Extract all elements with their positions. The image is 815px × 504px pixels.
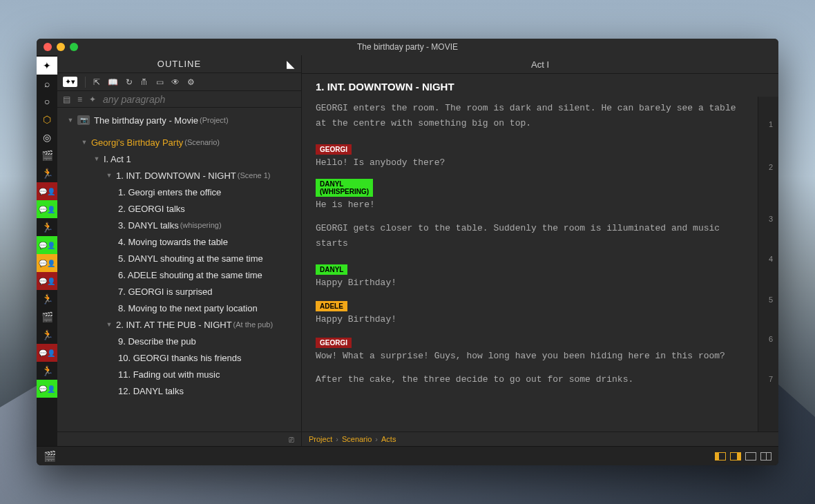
action-paragraph[interactable]: GEORGI gets closer to the table. Suddenl… bbox=[316, 221, 765, 251]
tree-project[interactable]: ▼📷The birthday party - Movie(Project) bbox=[57, 112, 301, 128]
titlebar[interactable]: The birthday party - MOVIE bbox=[37, 39, 778, 55]
tree-beat[interactable]: 5. DANYL shouting at the same time bbox=[57, 250, 301, 266]
book-icon[interactable]: 📖 bbox=[108, 77, 118, 87]
tree-scene-2[interactable]: ▼2. INT. AT THE PUB - NIGHT(At the pub) bbox=[57, 316, 301, 333]
line-number: 7 bbox=[769, 375, 773, 383]
tree-beat[interactable]: 1. Georgi enters the office bbox=[57, 184, 301, 200]
character-tag-georgi: GEORGI bbox=[316, 144, 352, 155]
tree-beat[interactable]: 8. Moving to the next party location bbox=[57, 300, 301, 316]
run-icon[interactable]: ✦▾ bbox=[63, 77, 77, 87]
talk-green-icon[interactable]: 💬👤 bbox=[37, 200, 57, 218]
breadcrumb-project[interactable]: Project bbox=[309, 435, 332, 443]
running-icon-3[interactable]: 🏃 bbox=[37, 218, 57, 236]
separator bbox=[85, 77, 86, 88]
minimize-icon[interactable] bbox=[57, 43, 65, 51]
breadcrumb: Project › Scenario › Acts bbox=[302, 432, 778, 446]
script-area[interactable]: GEORGI enters the room. The room is dark… bbox=[302, 97, 778, 432]
window-title: The birthday party - MOVIE bbox=[37, 42, 778, 52]
line-number: 2 bbox=[769, 163, 773, 171]
chevron-right-icon: › bbox=[336, 435, 338, 443]
running-icon-5[interactable]: 🏃 bbox=[37, 326, 57, 344]
action-paragraph[interactable]: After the cake, the three decide to go o… bbox=[316, 372, 765, 387]
dialogue-block[interactable]: DANYL(WHISPERING) He is here! bbox=[316, 179, 765, 210]
tree-beat[interactable]: 4. Moving towards the table bbox=[57, 233, 301, 250]
dialogue-line[interactable]: Hello! Is anybody there? bbox=[316, 157, 737, 168]
tree-beat[interactable]: 2. GEORGI talks bbox=[57, 200, 301, 217]
talk-orange-icon[interactable]: 💬👤 bbox=[37, 254, 57, 272]
dialogue-block[interactable]: GEORGI Hello! Is anybody there? bbox=[316, 142, 765, 168]
close-icon[interactable] bbox=[44, 43, 52, 51]
cube-icon[interactable]: ⬡ bbox=[37, 110, 57, 128]
layout-right-button[interactable] bbox=[730, 452, 741, 461]
outline-footer: ⎚ bbox=[57, 432, 301, 446]
clapperboard-icon[interactable]: 🎬 bbox=[44, 450, 57, 463]
gear-icon[interactable]: ⚙ bbox=[187, 77, 195, 87]
clapperboard-icon[interactable]: 🎬 bbox=[37, 146, 57, 164]
dialogue-line[interactable]: Wow! What a surprise! Guys, how long hav… bbox=[316, 351, 737, 361]
running-icon-6[interactable]: 🏃 bbox=[37, 362, 57, 380]
tree-scenario[interactable]: ▼Georgi's Birthday Party(Scenario) bbox=[57, 134, 301, 151]
bottom-bar: 🎬 bbox=[37, 446, 778, 465]
talk-green-icon-3[interactable]: 💬👤 bbox=[37, 380, 57, 398]
screen-icon[interactable]: ▭ bbox=[156, 77, 164, 87]
line-number: 6 bbox=[769, 335, 773, 343]
tree-beat[interactable]: 3. DANYL talks(whispering) bbox=[57, 217, 301, 233]
search-input[interactable] bbox=[103, 94, 296, 105]
running-icon-4[interactable]: 🏃 bbox=[37, 290, 57, 308]
format-icon-2[interactable]: ≡ bbox=[77, 95, 82, 104]
tree-beat[interactable]: 6. ADELE shouting at the same time bbox=[57, 266, 301, 283]
editor-panel: Act I 1. INT. DOWNTOWN - NIGHT GEORGI en… bbox=[302, 55, 778, 446]
running-icon[interactable]: ✦ bbox=[37, 57, 57, 75]
line-number: 3 bbox=[769, 215, 773, 223]
layout-single-button[interactable] bbox=[745, 452, 756, 461]
share-icon[interactable]: ⫚ bbox=[140, 77, 148, 87]
layout-buttons bbox=[715, 452, 771, 461]
cycle-icon[interactable]: ↻ bbox=[126, 77, 133, 87]
line-number: 1 bbox=[769, 120, 773, 128]
bookmark-icon[interactable]: ◣ bbox=[287, 58, 296, 70]
search-icon[interactable]: ⌕ bbox=[37, 75, 57, 93]
talk-red-icon-3[interactable]: 💬👤 bbox=[37, 344, 57, 362]
tree-act[interactable]: ▼I. Act 1 bbox=[57, 151, 301, 167]
talk-green-icon-2[interactable]: 💬👤 bbox=[37, 236, 57, 254]
action-paragraph[interactable]: GEORGI enters the room. The room is dark… bbox=[316, 101, 765, 131]
layout-split-button[interactable] bbox=[760, 452, 771, 461]
talk-red-icon[interactable]: 💬👤 bbox=[37, 182, 57, 200]
tree-beat[interactable]: 9. Describe the pub bbox=[57, 333, 301, 349]
search-row: ▤ ≡ ✦ bbox=[57, 91, 301, 108]
eye-icon[interactable]: 👁 bbox=[171, 77, 180, 87]
line-number: 4 bbox=[769, 255, 773, 263]
tree-beat[interactable]: 10. GEORGI thanks his friends bbox=[57, 349, 301, 366]
outline-panel: OUTLINE ◣ ✦▾ ⇱ 📖 ↻ ⫚ ▭ 👁 ⚙ ▤ ≡ ✦ bbox=[57, 55, 302, 446]
tree-icon[interactable]: ⇱ bbox=[93, 77, 100, 87]
outline-header-label: OUTLINE bbox=[157, 59, 201, 69]
dialogue-line[interactable]: Happy Birthday! bbox=[316, 314, 737, 324]
breadcrumb-acts[interactable]: Acts bbox=[381, 435, 396, 443]
main-area: ✦ ⌕ ○ ⬡ ◎ 🎬 🏃 💬👤 💬👤 🏃 💬👤 💬👤 💬👤 🏃 🎬 🏃 💬👤 … bbox=[37, 55, 778, 446]
tree-beat[interactable]: 11. Fading out with music bbox=[57, 366, 301, 382]
layout-left-button[interactable] bbox=[715, 452, 726, 461]
line-number: 5 bbox=[769, 295, 773, 304]
format-icon-1[interactable]: ▤ bbox=[63, 95, 70, 104]
tree-beat[interactable]: 7. GEORGI is surprised bbox=[57, 283, 301, 300]
dialogue-line[interactable]: He is here! bbox=[316, 200, 737, 210]
maximize-icon[interactable] bbox=[70, 43, 78, 51]
left-rail: ✦ ⌕ ○ ⬡ ◎ 🎬 🏃 💬👤 💬👤 🏃 💬👤 💬👤 💬👤 🏃 🎬 🏃 💬👤 … bbox=[37, 55, 57, 446]
scene-heading: 1. INT. DOWNTOWN - NIGHT bbox=[302, 74, 778, 97]
dialogue-line[interactable]: Happy Birthday! bbox=[316, 278, 737, 288]
tag-icon[interactable]: ✦ bbox=[89, 95, 96, 104]
tree-scene-1[interactable]: ▼1. INT. DOWNTOWN - NIGHT(Scene 1) bbox=[57, 167, 301, 184]
talk-red-icon-2[interactable]: 💬👤 bbox=[37, 272, 57, 290]
script-body[interactable]: GEORGI enters the room. The room is dark… bbox=[302, 97, 778, 405]
circle-icon[interactable]: ○ bbox=[37, 93, 57, 110]
sliders-icon[interactable]: ⎚ bbox=[289, 434, 294, 445]
running-icon-2[interactable]: 🏃 bbox=[37, 164, 57, 182]
breadcrumb-scenario[interactable]: Scenario bbox=[342, 435, 372, 443]
dialogue-block[interactable]: ADELE Happy Birthday! bbox=[316, 299, 765, 324]
tree-beat[interactable]: 12. DANYL talks bbox=[57, 382, 301, 399]
dialogue-block[interactable]: GEORGI Wow! What a surprise! Guys, how l… bbox=[316, 336, 765, 361]
camera-icon: 📷 bbox=[77, 115, 90, 125]
clapperboard-icon-2[interactable]: 🎬 bbox=[37, 308, 57, 326]
dialogue-block[interactable]: DANYL Happy Birthday! bbox=[316, 262, 765, 288]
location-icon[interactable]: ◎ bbox=[37, 128, 57, 146]
